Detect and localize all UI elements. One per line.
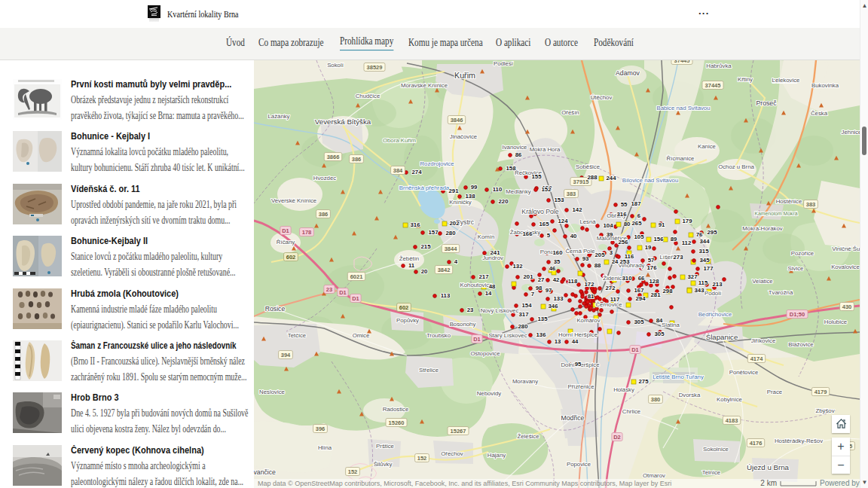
svg-text:386: 386	[319, 211, 329, 218]
svg-text:86: 86	[515, 151, 522, 158]
svg-text:Modřice: Modřice	[561, 414, 585, 422]
svg-text:Blažovice: Blažovice	[788, 341, 813, 348]
svg-text:136: 136	[536, 331, 546, 338]
svg-text:Jehnice: Jehnice	[842, 129, 860, 136]
svg-text:Přízřenice: Přízřenice	[567, 383, 594, 390]
svg-text:Nebovidy: Nebovidy	[477, 390, 502, 397]
svg-text:D1: D1	[339, 289, 347, 296]
svg-text:Powered by Esri: Powered by Esri	[820, 479, 860, 487]
svg-text:Holásky: Holásky	[613, 386, 634, 393]
svg-text:Radostice: Radostice	[383, 406, 409, 413]
svg-text:13: 13	[555, 338, 561, 345]
svg-text:Veverská Bítýška: Veverská Bítýška	[315, 117, 371, 126]
svg-text:128: 128	[649, 278, 659, 285]
svg-text:Prace: Prace	[767, 389, 782, 395]
svg-text:152: 152	[541, 186, 552, 193]
svg-text:4179: 4179	[815, 389, 827, 395]
svg-text:Kuřim: Kuřim	[454, 71, 475, 80]
svg-text:Tetčice: Tetčice	[288, 332, 306, 339]
svg-text:23: 23	[326, 286, 332, 293]
svg-text:Ořešín: Ořešín	[561, 109, 579, 116]
svg-text:6: 6	[637, 212, 641, 219]
svg-text:115: 115	[698, 279, 708, 286]
svg-text:602: 602	[399, 304, 409, 311]
svg-text:124: 124	[558, 218, 568, 224]
svg-text:Nový Lískovec: Nový Lískovec	[481, 307, 519, 314]
svg-text:Lelekovice: Lelekovice	[772, 77, 800, 84]
svg-text:20: 20	[421, 268, 428, 275]
svg-text:110: 110	[493, 186, 503, 193]
svg-text:105: 105	[634, 233, 644, 240]
svg-text:178: 178	[302, 229, 312, 236]
svg-text:Ivančice: Ivančice	[254, 468, 276, 476]
svg-text:Brněnská přehrada: Brněnská přehrada	[399, 185, 450, 191]
svg-text:98: 98	[536, 285, 542, 291]
svg-text:Ostopovice: Ostopovice	[470, 350, 500, 357]
svg-text:2 km: 2 km	[760, 479, 777, 487]
svg-text:135: 135	[537, 316, 548, 322]
svg-text:89: 89	[671, 236, 677, 242]
svg-text:Ochoz u Brna: Ochoz u Brna	[718, 163, 754, 170]
svg-text:155: 155	[531, 173, 542, 180]
svg-text:37445: 37445	[674, 60, 690, 64]
svg-text:154: 154	[521, 302, 532, 309]
svg-text:177: 177	[703, 265, 713, 272]
svg-text:Dvorska: Dvorska	[679, 392, 701, 398]
svg-text:142: 142	[572, 206, 582, 213]
svg-text:Veverské Knínice: Veverské Knínice	[271, 197, 316, 204]
svg-text:Kovalovice: Kovalovice	[831, 264, 860, 270]
svg-text:88: 88	[594, 262, 601, 269]
svg-text:244: 244	[606, 175, 616, 181]
svg-text:3: 3	[610, 249, 613, 256]
svg-text:27: 27	[538, 276, 545, 283]
svg-text:42: 42	[553, 276, 560, 283]
svg-text:Hvozdec: Hvozdec	[313, 175, 336, 181]
svg-text:Mokrá-Horákov: Mokrá-Horákov	[742, 225, 782, 232]
svg-text:215: 215	[420, 243, 431, 250]
svg-text:316: 316	[616, 211, 627, 218]
svg-text:394: 394	[281, 352, 291, 358]
svg-text:Ivanovice: Ivanovice	[503, 144, 527, 151]
svg-text:298: 298	[662, 288, 673, 294]
svg-text:81: 81	[588, 293, 594, 300]
svg-text:11: 11	[408, 262, 415, 269]
svg-text:118: 118	[568, 278, 578, 285]
svg-text:D2: D2	[613, 434, 621, 441]
svg-text:D1;50: D1;50	[790, 311, 805, 318]
svg-text:Sokolí: Sokolí	[327, 62, 344, 69]
svg-text:Telnice: Telnice	[702, 469, 720, 476]
svg-text:D1: D1	[631, 346, 639, 353]
svg-text:152: 152	[348, 468, 358, 475]
svg-text:117: 117	[610, 296, 620, 303]
svg-text:310: 310	[622, 275, 632, 282]
svg-text:Kohoutovice: Kohoutovice	[460, 282, 493, 288]
svg-text:Sokolnice: Sokolnice	[703, 446, 729, 453]
svg-text:305: 305	[654, 331, 665, 337]
svg-text:176: 176	[646, 264, 657, 271]
svg-text:Podolí: Podolí	[704, 290, 722, 297]
svg-text:Sivice: Sivice	[788, 265, 804, 272]
svg-text:281: 281	[650, 291, 661, 298]
svg-text:167: 167	[634, 287, 643, 294]
svg-text:157: 157	[428, 229, 438, 236]
svg-text:57: 57	[648, 257, 655, 264]
svg-text:Moravské Knínice: Moravské Knínice	[401, 82, 448, 89]
svg-text:6021: 6021	[350, 273, 363, 280]
svg-text:48: 48	[489, 283, 496, 290]
svg-text:383: 383	[806, 201, 816, 208]
svg-text:Omice: Omice	[353, 332, 370, 339]
svg-text:158: 158	[506, 165, 516, 172]
svg-text:Bedřichovice: Bedřichovice	[698, 311, 732, 318]
svg-text:Říčany: Říčany	[277, 239, 295, 246]
svg-text:241: 241	[490, 249, 500, 256]
svg-text:4176: 4176	[750, 440, 763, 447]
svg-text:Letiště Brno Tuřany: Letiště Brno Tuřany	[653, 374, 704, 380]
svg-text:294: 294	[635, 295, 646, 302]
svg-text:275: 275	[638, 378, 649, 385]
svg-text:112: 112	[682, 239, 692, 246]
svg-text:Otmarov: Otmarov	[643, 472, 665, 479]
svg-text:201: 201	[523, 273, 533, 280]
svg-text:273: 273	[673, 254, 683, 261]
svg-text:Hostěrádky-Rešov: Hostěrádky-Rešov	[775, 438, 823, 444]
svg-text:Jiříkovice: Jiříkovice	[751, 337, 776, 344]
